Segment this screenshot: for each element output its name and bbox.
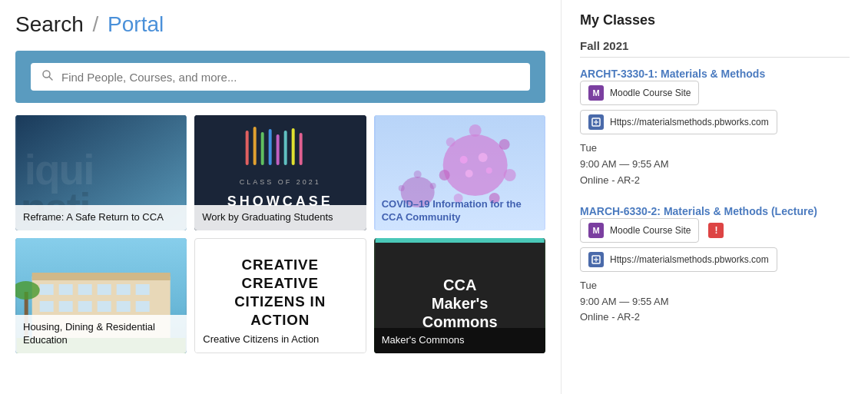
svg-point-28 <box>485 167 492 174</box>
moodle-icon-march: M <box>588 223 604 238</box>
svg-text:CCA: CCA <box>443 276 476 293</box>
svg-point-20 <box>499 139 509 150</box>
page-title: Search / Portal <box>15 12 545 37</box>
svg-rect-12 <box>284 131 287 165</box>
svg-point-32 <box>429 183 436 189</box>
pbworks-icon-march <box>588 252 604 267</box>
card-label-housing: Housing, Dining & Residential Education <box>15 315 187 353</box>
svg-rect-44 <box>59 301 73 312</box>
course-links-archt: M Moodle Course Site Https://materialsme… <box>580 81 850 134</box>
card-housing[interactable]: Housing, Dining & Residential Education <box>15 238 187 353</box>
svg-rect-43 <box>40 301 54 312</box>
pbworks-icon-archt <box>588 114 604 130</box>
search-icon <box>41 69 54 84</box>
moodle-label-archt: Moodle Course Site <box>610 88 691 98</box>
card-creative[interactable]: CREATIVE CREATIVE CITIZENS IN ACTION Cre… <box>194 238 366 353</box>
course-name-archt[interactable]: ARCHT-3330-1: Materials & Methods <box>580 68 765 80</box>
moodle-label-march: Moodle Course Site <box>610 225 691 236</box>
svg-rect-9 <box>261 132 264 165</box>
svg-rect-7 <box>246 131 249 165</box>
pbworks-link-march[interactable]: Https://materialsmethods.pbworks.com <box>580 247 777 272</box>
svg-text:CREATIVE: CREATIVE <box>242 275 319 291</box>
moodle-icon-archt: M <box>588 85 604 101</box>
pbworks-label-archt: Https://materialsmethods.pbworks.com <box>610 117 769 127</box>
card-covid[interactable]: COVID–19 Information for the CCA Communi… <box>374 115 545 230</box>
svg-rect-45 <box>78 301 92 312</box>
course-block-archt: ARCHT-3330-1: Materials & Methods M Mood… <box>580 67 850 189</box>
svg-rect-39 <box>78 284 92 295</box>
svg-rect-40 <box>98 284 111 295</box>
svg-rect-38 <box>59 284 73 295</box>
card-showcase[interactable]: CLASS OF 2021 SHOWCASE Work by Graduatin… <box>194 115 366 230</box>
title-portal: Portal <box>108 12 164 36</box>
svg-text:CITIZENS IN: CITIZENS IN <box>235 293 326 310</box>
my-classes-title: My Classes <box>580 12 850 28</box>
course-location-archt: Online - AR-2 <box>580 173 850 189</box>
svg-point-31 <box>413 171 421 178</box>
svg-text:CLASS OF 2021: CLASS OF 2021 <box>240 178 321 186</box>
search-input[interactable] <box>61 71 519 84</box>
course-name-march[interactable]: MARCH-6330-2: Materials & Methods (Lectu… <box>580 205 817 217</box>
svg-line-1 <box>49 77 52 80</box>
moodle-link-row-march: M Moodle Course Site ! <box>580 218 850 243</box>
pbworks-link-archt[interactable]: Https://materialsmethods.pbworks.com <box>580 110 777 134</box>
svg-rect-46 <box>98 301 111 312</box>
svg-rect-14 <box>300 133 303 165</box>
card-reframe[interactable]: iqui nati Reframe: A Safe Return to CCA <box>15 115 187 230</box>
card-makers[interactable]: CCA Maker's Commons Maker's Commons <box>374 238 545 353</box>
card-label-creative: Creative Citizens in Action <box>195 327 365 353</box>
alert-badge-march: ! <box>708 223 724 238</box>
svg-rect-13 <box>292 128 295 165</box>
svg-point-21 <box>503 169 515 181</box>
pbworks-label-march: Https://materialsmethods.pbworks.com <box>610 254 769 265</box>
card-label-showcase: Work by Graduating Students <box>194 205 366 230</box>
moodle-link-march[interactable]: M Moodle Course Site <box>580 218 699 243</box>
search-bar[interactable] <box>31 63 530 91</box>
svg-point-33 <box>398 185 404 191</box>
course-schedule-archt: Tue 9:00 AM — 9:55 AM Online - AR-2 <box>580 141 850 188</box>
svg-rect-36 <box>32 273 171 280</box>
svg-text:Maker's: Maker's <box>431 295 488 312</box>
svg-text:CREATIVE: CREATIVE <box>242 257 319 273</box>
course-time-march: 9:00 AM — 9:55 AM <box>580 294 850 310</box>
card-label-makers: Maker's Commons <box>374 328 545 353</box>
card-grid: iqui nati Reframe: A Safe Return to CCA <box>15 115 545 353</box>
svg-rect-58 <box>375 238 544 243</box>
title-slash: / <box>87 12 104 36</box>
left-panel: Search / Portal <box>0 0 561 394</box>
svg-rect-10 <box>269 129 272 165</box>
course-day-march: Tue <box>580 278 850 294</box>
svg-rect-8 <box>253 127 257 165</box>
course-location-march: Online - AR-2 <box>580 310 850 326</box>
svg-rect-11 <box>277 134 280 165</box>
course-links-march: M Moodle Course Site ! Https://materials… <box>580 218 850 272</box>
course-day-archt: Tue <box>580 141 850 157</box>
semester-label: Fall 2021 <box>580 39 850 58</box>
search-container <box>15 51 545 103</box>
moodle-link-archt[interactable]: M Moodle Course Site <box>580 81 699 105</box>
svg-point-29 <box>465 170 472 177</box>
svg-point-24 <box>439 170 449 180</box>
course-schedule-march: Tue 9:00 AM — 9:55 AM Online - AR-2 <box>580 278 850 326</box>
svg-rect-41 <box>117 284 131 295</box>
card-label-covid: COVID–19 Information for the CCA Communi… <box>374 192 545 230</box>
svg-rect-42 <box>136 284 150 295</box>
title-search: Search <box>15 12 84 36</box>
svg-rect-47 <box>117 301 131 312</box>
svg-text:ACTION: ACTION <box>250 312 310 328</box>
card-label-reframe: Reframe: A Safe Return to CCA <box>15 205 187 230</box>
svg-rect-48 <box>136 301 150 312</box>
course-block-march: MARCH-6330-2: Materials & Methods (Lectu… <box>580 204 850 326</box>
svg-point-27 <box>478 153 487 162</box>
svg-rect-37 <box>40 284 54 295</box>
course-time-archt: 9:00 AM — 9:55 AM <box>580 157 850 173</box>
svg-point-25 <box>446 137 455 147</box>
svg-point-19 <box>469 124 481 137</box>
right-panel: My Classes Fall 2021 ARCHT-3330-1: Mater… <box>561 0 868 394</box>
svg-point-26 <box>459 156 467 164</box>
